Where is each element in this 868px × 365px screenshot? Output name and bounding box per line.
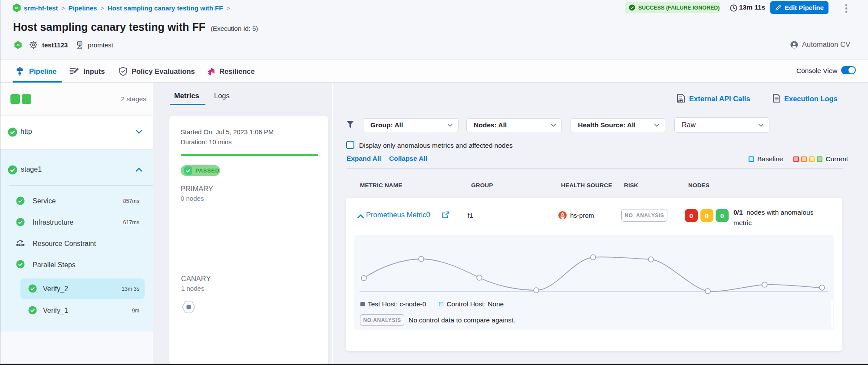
svg-text:∞: ∞ [17,42,20,47]
svg-text:∞: ∞ [15,5,19,10]
svg-text:API: API [678,99,683,102]
